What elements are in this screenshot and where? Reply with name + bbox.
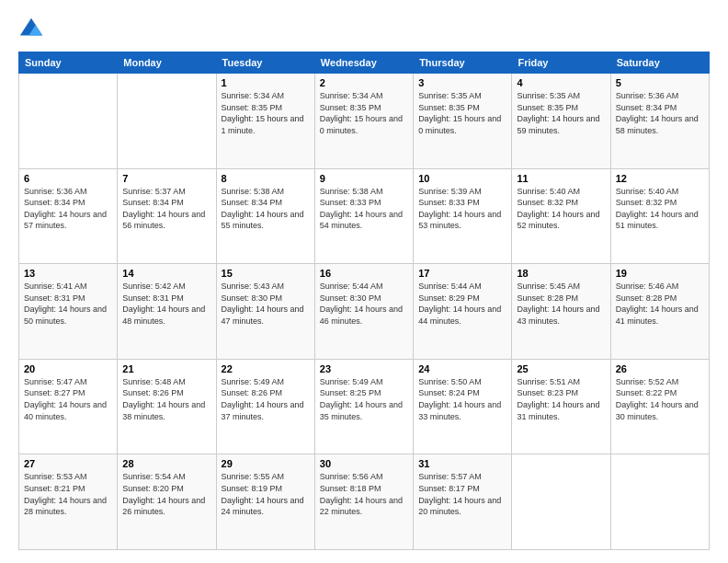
day-info: Sunrise: 5:44 AMSunset: 8:29 PMDaylight:… — [418, 281, 506, 327]
calendar-cell: 29Sunrise: 5:55 AMSunset: 8:19 PMDayligh… — [216, 454, 314, 550]
calendar-week-4: 20Sunrise: 5:47 AMSunset: 8:27 PMDayligh… — [19, 359, 710, 454]
day-info: Sunrise: 5:36 AMSunset: 8:34 PMDaylight:… — [24, 186, 112, 232]
calendar-cell — [19, 74, 118, 169]
day-info: Sunrise: 5:46 AMSunset: 8:28 PMDaylight:… — [616, 281, 704, 327]
day-info: Sunrise: 5:43 AMSunset: 8:30 PMDaylight:… — [222, 281, 310, 327]
day-info: Sunrise: 5:48 AMSunset: 8:26 PMDaylight:… — [122, 376, 210, 422]
day-info: Sunrise: 5:50 AMSunset: 8:24 PMDaylight:… — [418, 376, 506, 422]
day-number: 11 — [517, 173, 605, 184]
day-info: Sunrise: 5:41 AMSunset: 8:31 PMDaylight:… — [24, 281, 112, 327]
day-number: 2 — [320, 77, 408, 88]
day-info: Sunrise: 5:34 AMSunset: 8:35 PMDaylight:… — [222, 90, 310, 136]
header-day-friday: Friday — [512, 52, 610, 74]
calendar-cell: 3Sunrise: 5:35 AMSunset: 8:35 PMDaylight… — [414, 74, 512, 169]
day-number: 9 — [320, 173, 408, 184]
calendar-cell: 24Sunrise: 5:50 AMSunset: 8:24 PMDayligh… — [414, 359, 512, 454]
day-info: Sunrise: 5:35 AMSunset: 8:35 PMDaylight:… — [418, 90, 506, 136]
day-info: Sunrise: 5:38 AMSunset: 8:34 PMDaylight:… — [222, 186, 310, 232]
day-info: Sunrise: 5:57 AMSunset: 8:17 PMDaylight:… — [418, 471, 506, 517]
day-info: Sunrise: 5:45 AMSunset: 8:28 PMDaylight:… — [517, 281, 605, 327]
calendar-cell: 4Sunrise: 5:35 AMSunset: 8:35 PMDaylight… — [512, 74, 610, 169]
day-number: 24 — [418, 363, 506, 374]
calendar-table: SundayMondayTuesdayWednesdayThursdayFrid… — [18, 52, 710, 550]
calendar-cell: 27Sunrise: 5:53 AMSunset: 8:21 PMDayligh… — [19, 454, 118, 550]
day-number: 17 — [418, 268, 506, 279]
calendar-cell: 18Sunrise: 5:45 AMSunset: 8:28 PMDayligh… — [512, 264, 610, 360]
calendar-cell: 31Sunrise: 5:57 AMSunset: 8:17 PMDayligh… — [414, 454, 512, 550]
logo — [18, 17, 48, 42]
calendar-cell: 5Sunrise: 5:36 AMSunset: 8:34 PMDaylight… — [610, 74, 709, 169]
day-info: Sunrise: 5:52 AMSunset: 8:22 PMDaylight:… — [616, 376, 704, 422]
calendar-cell: 15Sunrise: 5:43 AMSunset: 8:30 PMDayligh… — [216, 264, 314, 360]
day-info: Sunrise: 5:51 AMSunset: 8:23 PMDaylight:… — [517, 376, 605, 422]
day-number: 19 — [616, 268, 704, 279]
day-number: 3 — [418, 77, 506, 88]
day-info: Sunrise: 5:49 AMSunset: 8:25 PMDaylight:… — [320, 376, 408, 422]
calendar-header-row: SundayMondayTuesdayWednesdayThursdayFrid… — [19, 52, 710, 74]
calendar-cell: 11Sunrise: 5:40 AMSunset: 8:32 PMDayligh… — [512, 168, 610, 264]
day-number: 22 — [222, 363, 310, 374]
calendar-cell: 12Sunrise: 5:40 AMSunset: 8:32 PMDayligh… — [610, 168, 709, 264]
day-number: 28 — [122, 458, 210, 469]
day-info: Sunrise: 5:53 AMSunset: 8:21 PMDaylight:… — [24, 471, 112, 517]
day-info: Sunrise: 5:38 AMSunset: 8:33 PMDaylight:… — [320, 186, 408, 232]
day-number: 5 — [616, 77, 704, 88]
header-day-saturday: Saturday — [610, 52, 709, 74]
calendar-cell: 1Sunrise: 5:34 AMSunset: 8:35 PMDaylight… — [216, 74, 314, 169]
day-number: 7 — [122, 173, 210, 184]
day-number: 15 — [222, 268, 310, 279]
day-number: 10 — [418, 173, 506, 184]
day-number: 16 — [320, 268, 408, 279]
calendar-cell: 22Sunrise: 5:49 AMSunset: 8:26 PMDayligh… — [216, 359, 314, 454]
calendar-cell: 7Sunrise: 5:37 AMSunset: 8:34 PMDaylight… — [118, 168, 216, 264]
calendar-cell: 9Sunrise: 5:38 AMSunset: 8:33 PMDaylight… — [314, 168, 413, 264]
day-number: 26 — [616, 363, 704, 374]
calendar-cell: 28Sunrise: 5:54 AMSunset: 8:20 PMDayligh… — [118, 454, 216, 550]
calendar-cell: 6Sunrise: 5:36 AMSunset: 8:34 PMDaylight… — [19, 168, 118, 264]
day-number: 4 — [517, 77, 605, 88]
day-info: Sunrise: 5:35 AMSunset: 8:35 PMDaylight:… — [517, 90, 605, 136]
day-info: Sunrise: 5:37 AMSunset: 8:34 PMDaylight:… — [122, 186, 210, 232]
day-info: Sunrise: 5:39 AMSunset: 8:33 PMDaylight:… — [418, 186, 506, 232]
calendar-week-5: 27Sunrise: 5:53 AMSunset: 8:21 PMDayligh… — [19, 454, 710, 550]
calendar-week-1: 1Sunrise: 5:34 AMSunset: 8:35 PMDaylight… — [19, 74, 710, 169]
header-day-monday: Monday — [118, 52, 216, 74]
day-number: 20 — [24, 363, 112, 374]
day-number: 31 — [418, 458, 506, 469]
day-number: 13 — [24, 268, 112, 279]
calendar-cell: 23Sunrise: 5:49 AMSunset: 8:25 PMDayligh… — [314, 359, 413, 454]
calendar-week-2: 6Sunrise: 5:36 AMSunset: 8:34 PMDaylight… — [19, 168, 710, 264]
header — [18, 17, 710, 42]
header-day-tuesday: Tuesday — [216, 52, 314, 74]
calendar-cell — [118, 74, 216, 169]
calendar-cell: 16Sunrise: 5:44 AMSunset: 8:30 PMDayligh… — [314, 264, 413, 360]
day-number: 23 — [320, 363, 408, 374]
day-number: 1 — [222, 77, 310, 88]
calendar-cell: 14Sunrise: 5:42 AMSunset: 8:31 PMDayligh… — [118, 264, 216, 360]
calendar-cell — [610, 454, 709, 550]
header-day-wednesday: Wednesday — [314, 52, 413, 74]
calendar-cell — [512, 454, 610, 550]
calendar-cell: 20Sunrise: 5:47 AMSunset: 8:27 PMDayligh… — [19, 359, 118, 454]
day-info: Sunrise: 5:42 AMSunset: 8:31 PMDaylight:… — [122, 281, 210, 327]
header-day-sunday: Sunday — [19, 52, 118, 74]
logo-icon — [18, 17, 44, 42]
calendar-cell: 2Sunrise: 5:34 AMSunset: 8:35 PMDaylight… — [314, 74, 413, 169]
day-number: 25 — [517, 363, 605, 374]
day-number: 18 — [517, 268, 605, 279]
page: SundayMondayTuesdayWednesdayThursdayFrid… — [0, 0, 728, 563]
day-info: Sunrise: 5:40 AMSunset: 8:32 PMDaylight:… — [616, 186, 704, 232]
day-number: 29 — [222, 458, 310, 469]
calendar-cell: 30Sunrise: 5:56 AMSunset: 8:18 PMDayligh… — [314, 454, 413, 550]
calendar-cell: 26Sunrise: 5:52 AMSunset: 8:22 PMDayligh… — [610, 359, 709, 454]
day-info: Sunrise: 5:36 AMSunset: 8:34 PMDaylight:… — [616, 90, 704, 136]
day-info: Sunrise: 5:44 AMSunset: 8:30 PMDaylight:… — [320, 281, 408, 327]
calendar-cell: 8Sunrise: 5:38 AMSunset: 8:34 PMDaylight… — [216, 168, 314, 264]
calendar-cell: 17Sunrise: 5:44 AMSunset: 8:29 PMDayligh… — [414, 264, 512, 360]
day-info: Sunrise: 5:34 AMSunset: 8:35 PMDaylight:… — [320, 90, 408, 136]
day-number: 14 — [122, 268, 210, 279]
day-info: Sunrise: 5:55 AMSunset: 8:19 PMDaylight:… — [222, 471, 310, 517]
day-info: Sunrise: 5:56 AMSunset: 8:18 PMDaylight:… — [320, 471, 408, 517]
day-number: 6 — [24, 173, 112, 184]
day-info: Sunrise: 5:54 AMSunset: 8:20 PMDaylight:… — [122, 471, 210, 517]
